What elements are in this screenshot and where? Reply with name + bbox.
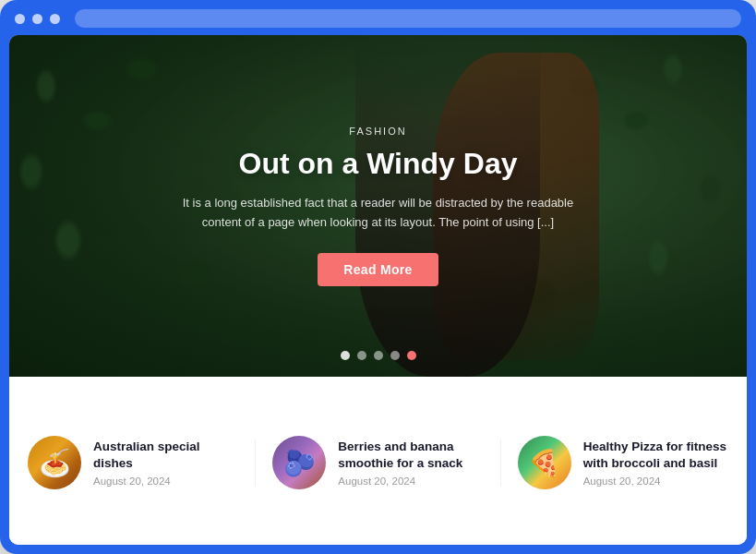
article-thumb-1 — [28, 436, 81, 489]
hero-title: Out on a Windy Day — [175, 146, 582, 181]
articles-section: Australian special dishes August 20, 202… — [9, 377, 747, 545]
article-thumb-2 — [272, 436, 326, 489]
hero-dot-1[interactable] — [341, 351, 350, 360]
article-info-2: Berries and banana smoothie for a snack … — [338, 439, 483, 487]
article-divider-1 — [255, 440, 256, 486]
article-thumb-3 — [518, 436, 571, 489]
hero-section: FASHION Out on a Windy Day It is a long … — [9, 35, 747, 377]
address-bar — [75, 9, 741, 28]
browser-frame: FASHION Out on a Windy Day It is a long … — [0, 0, 756, 554]
hero-content: FASHION Out on a Windy Day It is a long … — [138, 126, 618, 286]
hero-description: It is a long established fact that a rea… — [175, 194, 582, 233]
article-divider-2 — [500, 440, 501, 486]
browser-dot-2 — [32, 14, 42, 24]
article-date-2: August 20, 2024 — [338, 476, 483, 487]
hero-dot-3[interactable] — [374, 351, 383, 360]
article-card-3[interactable]: Healthy Pizza for fitness with broccoli … — [518, 436, 728, 489]
hero-dot-2[interactable] — [357, 351, 366, 360]
article-date-3: August 20, 2024 — [583, 476, 728, 487]
article-date-1: August 20, 2024 — [93, 476, 238, 487]
hero-category: FASHION — [175, 126, 582, 137]
article-title-2: Berries and banana smoothie for a snack — [338, 439, 483, 472]
article-title-3: Healthy Pizza for fitness with broccoli … — [583, 439, 728, 472]
browser-chrome — [9, 9, 747, 35]
read-more-button[interactable]: Read More — [318, 253, 438, 286]
browser-dot-3 — [50, 14, 60, 24]
article-title-1: Australian special dishes — [93, 439, 238, 472]
article-info-3: Healthy Pizza for fitness with broccoli … — [583, 439, 728, 487]
browser-content: FASHION Out on a Windy Day It is a long … — [9, 35, 747, 545]
browser-dot-1 — [15, 14, 25, 24]
article-card-1[interactable]: Australian special dishes August 20, 202… — [28, 436, 238, 489]
article-info-1: Australian special dishes August 20, 202… — [93, 439, 238, 487]
hero-dot-4[interactable] — [390, 351, 400, 360]
article-card-2[interactable]: Berries and banana smoothie for a snack … — [272, 436, 483, 489]
hero-dot-5[interactable] — [407, 351, 416, 360]
hero-dot-indicators — [341, 351, 416, 360]
